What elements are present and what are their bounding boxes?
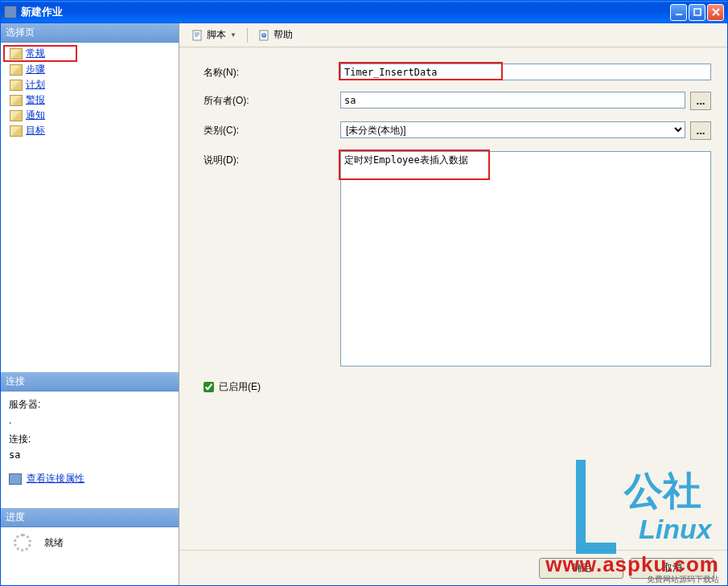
dialog-window: 新建作业 选择页 常规 步骤 bbox=[0, 0, 728, 586]
form-area: 名称(N): 所有者(O): ... 类别(C): [未分类(本地) bbox=[179, 47, 727, 550]
sidebar-item-general[interactable]: 常规 bbox=[3, 45, 77, 62]
sidebar-item-label: 常规 bbox=[26, 47, 45, 60]
sidebar-item-label: 计划 bbox=[26, 78, 45, 92]
category-browse-button[interactable]: ... bbox=[690, 121, 711, 140]
script-label: 脚本 bbox=[207, 28, 226, 42]
svg-text:?: ? bbox=[263, 33, 265, 38]
progress-section: 就绪 bbox=[1, 527, 179, 561]
titlebar: 新建作业 bbox=[1, 1, 727, 23]
name-label: 名称(N): bbox=[204, 64, 340, 80]
sidebar-item-alerts[interactable]: 警报 bbox=[3, 92, 176, 108]
view-connection-props[interactable]: 查看连接属性 bbox=[1, 469, 179, 492]
ok-button[interactable]: 确定 bbox=[539, 558, 623, 579]
enabled-row: 已启用(E) bbox=[204, 380, 711, 394]
properties-icon bbox=[9, 473, 22, 485]
page-icon bbox=[10, 110, 23, 121]
progress-status: 就绪 bbox=[44, 536, 64, 550]
name-input[interactable] bbox=[340, 64, 711, 80]
owner-row: 所有者(O): ... bbox=[204, 92, 711, 110]
page-icon bbox=[10, 125, 23, 137]
window-controls bbox=[670, 4, 724, 21]
sidebar-item-notify[interactable]: 通知 bbox=[3, 108, 176, 123]
sidebar-item-targets[interactable]: 目标 bbox=[3, 123, 176, 138]
content: 选择页 常规 步骤 计划 警报 bbox=[1, 23, 727, 585]
maximize-button[interactable] bbox=[689, 4, 705, 21]
spinner-icon bbox=[14, 534, 31, 551]
connection-header: 连接 bbox=[1, 372, 179, 391]
page-icon bbox=[10, 80, 23, 91]
progress-header: 进度 bbox=[1, 508, 179, 527]
help-label: 帮助 bbox=[274, 28, 293, 42]
sidebar-item-label: 目标 bbox=[26, 124, 45, 137]
enabled-label: 已启用(E) bbox=[219, 380, 261, 394]
category-select[interactable]: [未分类(本地)] bbox=[340, 121, 685, 138]
script-button[interactable]: 脚本 ▼ bbox=[187, 27, 241, 43]
page-icon bbox=[10, 48, 23, 59]
window-title: 新建作业 bbox=[21, 5, 670, 19]
owner-browse-button[interactable]: ... bbox=[690, 92, 711, 110]
conn-label: 连接: bbox=[1, 431, 179, 449]
script-icon bbox=[191, 29, 204, 42]
server-label: 服务器: bbox=[1, 391, 179, 415]
sidebar: 选择页 常规 步骤 计划 警报 bbox=[1, 23, 179, 585]
minimize-button[interactable] bbox=[670, 4, 687, 21]
svg-rect-1 bbox=[694, 9, 701, 15]
description-label: 说明(D): bbox=[204, 151, 340, 167]
server-value: . bbox=[1, 415, 179, 431]
page-icon bbox=[10, 64, 23, 76]
cancel-button[interactable]: 取消 bbox=[630, 558, 714, 579]
main-panel: 脚本 ▼ ? 帮助 名称(N): bbox=[179, 23, 727, 585]
toolbar: 脚本 ▼ ? 帮助 bbox=[179, 23, 727, 47]
sidebar-item-label: 警报 bbox=[26, 93, 45, 107]
owner-input[interactable] bbox=[340, 92, 685, 109]
view-props-link[interactable]: 查看连接属性 bbox=[27, 472, 84, 486]
category-label: 类别(C): bbox=[204, 121, 340, 137]
sidebar-item-label: 步骤 bbox=[26, 63, 45, 76]
sidebar-item-schedule[interactable]: 计划 bbox=[3, 77, 176, 92]
app-icon bbox=[4, 6, 17, 18]
footer: 确定 取消 bbox=[179, 550, 727, 585]
svg-rect-2 bbox=[193, 31, 201, 40]
dropdown-icon: ▼ bbox=[230, 31, 236, 39]
svg-rect-0 bbox=[676, 14, 682, 15]
select-page-header: 选择页 bbox=[1, 23, 179, 43]
conn-value: sa bbox=[1, 449, 179, 469]
enabled-checkbox[interactable] bbox=[204, 382, 214, 392]
description-row: 说明(D): 定时对Employee表插入数据 bbox=[204, 151, 711, 369]
close-button[interactable] bbox=[707, 4, 724, 21]
sidebar-item-label: 通知 bbox=[26, 109, 45, 122]
description-textarea[interactable] bbox=[340, 151, 711, 367]
help-button[interactable]: ? 帮助 bbox=[254, 27, 297, 43]
sidebar-item-steps[interactable]: 步骤 bbox=[3, 62, 176, 77]
connection-section: 服务器: . 连接: sa 查看连接属性 bbox=[1, 391, 179, 492]
help-icon: ? bbox=[258, 29, 271, 42]
owner-label: 所有者(O): bbox=[204, 92, 340, 108]
nav-list: 常规 步骤 计划 警报 通知 bbox=[1, 43, 179, 141]
page-icon bbox=[10, 95, 23, 106]
category-row: 类别(C): [未分类(本地)] ... bbox=[204, 121, 711, 140]
separator bbox=[247, 28, 248, 43]
name-row: 名称(N): bbox=[204, 64, 711, 80]
